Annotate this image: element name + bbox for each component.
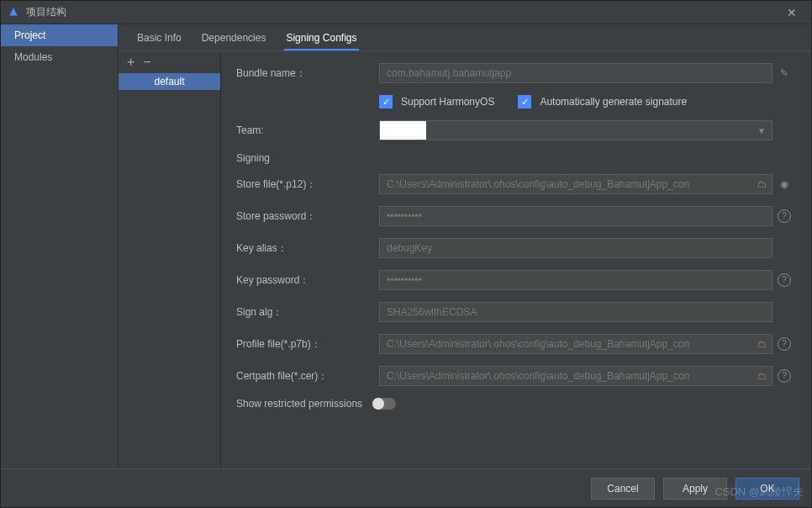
sign-alg-input[interactable] [379, 302, 772, 322]
close-icon[interactable]: ✕ [779, 6, 804, 19]
add-config-icon[interactable]: + [127, 55, 134, 70]
sidebar-item-project[interactable]: Project [1, 24, 118, 46]
profile-file-input[interactable] [379, 334, 772, 354]
config-list: + − default [119, 51, 221, 468]
profile-file-label: Profile file(*.p7b)： [236, 337, 379, 352]
folder-icon[interactable]: 🗀 [757, 338, 767, 350]
toggle-knob [372, 398, 384, 410]
restricted-perms-toggle[interactable] [372, 398, 396, 410]
cancel-button[interactable]: Cancel [591, 478, 655, 500]
store-file-input[interactable] [379, 174, 772, 194]
bundle-name-label: Bundle name： [236, 66, 379, 81]
dialog-footer: Cancel Apply OK [1, 468, 811, 507]
tab-basic-info[interactable]: Basic Info [135, 27, 183, 50]
support-harmonyos-label: Support HarmonyOS [401, 96, 494, 108]
store-password-label: Store password： [236, 209, 379, 224]
bundle-name-input[interactable] [379, 63, 772, 83]
key-password-label: Key password： [236, 273, 379, 288]
signing-section-header: Signing [236, 152, 796, 164]
key-alias-input[interactable] [379, 238, 772, 258]
team-label: Team: [236, 124, 379, 136]
certpath-file-input[interactable] [379, 366, 772, 386]
edit-icon[interactable]: ✎ [780, 67, 788, 79]
folder-icon[interactable]: 🗀 [757, 178, 767, 190]
key-alias-label: Key alias： [236, 241, 379, 256]
sidebar-item-modules[interactable]: Modules [1, 46, 118, 68]
auto-signature-label: Automatically generate signature [540, 96, 687, 108]
titlebar: 项目结构 ✕ [1, 1, 811, 24]
ok-button[interactable]: OK [736, 478, 799, 500]
help-icon[interactable]: ? [778, 209, 791, 223]
help-icon[interactable]: ? [778, 273, 791, 287]
tab-dependencies[interactable]: Dependencies [200, 27, 268, 50]
window-title: 项目结构 [26, 5, 779, 19]
certpath-file-label: Certpath file(*.cer)： [236, 369, 379, 384]
tabs: Basic Info Dependencies Signing Configs [119, 24, 811, 51]
chevron-down-icon[interactable]: ▼ [757, 126, 766, 135]
key-password-input[interactable] [379, 270, 772, 290]
signing-form: Bundle name： ✎ ✓ Support HarmonyOS ✓ Aut… [221, 51, 811, 468]
fingerprint-icon[interactable]: ◉ [780, 178, 788, 190]
team-select[interactable] [379, 120, 772, 140]
apply-button[interactable]: Apply [663, 478, 727, 500]
remove-config-icon[interactable]: − [143, 55, 150, 70]
app-logo-icon [8, 7, 19, 19]
help-icon[interactable]: ? [778, 337, 791, 351]
auto-signature-checkbox[interactable]: ✓ [518, 95, 531, 108]
sidebar: Project Modules [1, 24, 119, 468]
help-icon[interactable]: ? [778, 369, 791, 383]
folder-icon[interactable]: 🗀 [757, 370, 767, 382]
sign-alg-label: Sign alg： [236, 305, 379, 320]
store-password-input[interactable] [379, 206, 772, 226]
tab-signing-configs[interactable]: Signing Configs [284, 27, 358, 50]
support-harmonyos-checkbox[interactable]: ✓ [379, 95, 393, 108]
store-file-label: Store file(*.p12)： [236, 177, 379, 192]
restricted-perms-label: Show restricted permissions [236, 398, 362, 410]
team-value-box [380, 121, 426, 140]
config-item-default[interactable]: default [119, 73, 220, 90]
